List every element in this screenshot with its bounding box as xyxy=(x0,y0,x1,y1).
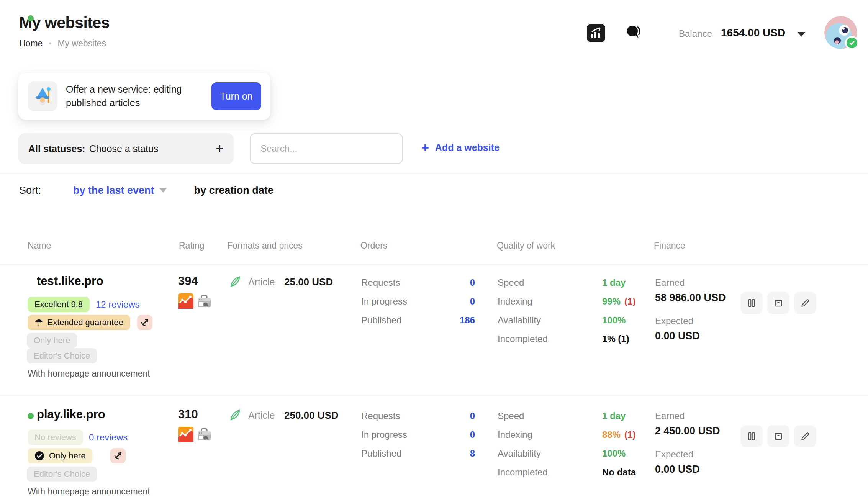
table-header: Name Rating Formats and prices Orders Qu… xyxy=(0,241,868,256)
add-website-button[interactable]: + Add a website xyxy=(421,141,500,154)
reviews-link[interactable]: 12 reviews xyxy=(96,299,140,310)
col-header-orders: Orders xyxy=(360,241,387,251)
pause-button[interactable] xyxy=(740,292,763,314)
orders-in-progress-value[interactable]: 0 xyxy=(429,429,475,440)
finance-earned-label: Earned xyxy=(655,277,685,288)
quality-indexing-label: Indexing xyxy=(498,429,532,440)
quality-indexing-flag: (1) xyxy=(624,429,635,440)
promo-banner: Offer a new service: editing published a… xyxy=(18,73,270,120)
archive-button[interactable] xyxy=(767,425,789,447)
add-website-plus-icon: + xyxy=(421,141,429,154)
status-filter[interactable]: All statuses: Choose a status + xyxy=(18,133,234,164)
col-header-formats: Formats and prices xyxy=(227,241,303,251)
dart-target-icon xyxy=(110,448,126,463)
analytics-icon[interactable] xyxy=(178,427,193,444)
search-console-icon[interactable] xyxy=(197,427,212,444)
orders-in-progress-label: In progress xyxy=(361,429,407,440)
add-website-label: Add a website xyxy=(435,142,500,153)
turn-on-button[interactable]: Turn on xyxy=(211,82,261,110)
orders-requests-value[interactable]: 0 xyxy=(429,411,475,421)
messages-icon[interactable] xyxy=(624,23,644,42)
site-status-dot xyxy=(28,413,34,419)
avatar-verified-icon xyxy=(845,36,859,50)
pause-button[interactable] xyxy=(740,425,763,447)
rating-value: 310 xyxy=(178,408,198,421)
statistics-icon[interactable] xyxy=(587,24,605,42)
quality-incompleted-value: No data xyxy=(602,467,636,478)
homepage-note: With homepage announcement xyxy=(28,368,150,379)
article-feather-icon xyxy=(228,408,242,424)
sort-row: Sort: by the last event by creation date xyxy=(19,185,274,196)
reviews-link[interactable]: 0 reviews xyxy=(89,432,128,443)
finance-expected-label: Expected xyxy=(655,316,693,326)
row-actions xyxy=(740,425,816,447)
review-score-badge-label: No reviews xyxy=(34,432,76,442)
site-name-link[interactable]: test.like.pro xyxy=(37,274,103,288)
quality-availability-value: 100% xyxy=(602,315,626,326)
orders-published-value[interactable]: 186 xyxy=(429,315,475,326)
format-type: Article xyxy=(248,410,275,421)
status-filter-value: Choose a status xyxy=(89,143,159,154)
breadcrumb-home-link[interactable]: Home xyxy=(19,38,43,49)
quality-indexing-flag: (1) xyxy=(624,296,635,306)
divider xyxy=(0,173,868,174)
extended-guarantee-badge: ☂ Extended guarantee xyxy=(28,315,130,330)
orders-requests-value[interactable]: 0 xyxy=(429,277,475,288)
search-console-icon[interactable] xyxy=(197,293,212,310)
site-name-link[interactable]: play.like.pro xyxy=(37,408,105,421)
quality-speed-value: 1 day xyxy=(602,411,626,421)
editors-choice-label: Editor's Choice xyxy=(34,469,90,479)
site-status-dot xyxy=(28,15,34,21)
rating-value: 394 xyxy=(178,274,198,288)
orders-in-progress-value[interactable]: 0 xyxy=(429,296,475,307)
col-header-rating: Rating xyxy=(179,241,204,251)
dart-target-icon xyxy=(137,315,152,330)
sort-option-last-event[interactable]: by the last event xyxy=(73,185,154,196)
quality-speed-label: Speed xyxy=(498,277,524,288)
analytics-icon[interactable] xyxy=(178,293,193,310)
check-circle-icon xyxy=(34,451,44,461)
finance-expected-label: Expected xyxy=(655,449,693,460)
quality-incompleted-label: Incompleted xyxy=(498,467,548,478)
rating-icons xyxy=(178,427,212,444)
quality-indexing-percent: 99% xyxy=(602,296,621,306)
only-here-badge: Only here xyxy=(28,448,92,463)
table-row: test.like.pro Excellent 9.8 12 reviews ☂… xyxy=(0,264,868,395)
homepage-note: With homepage announcement xyxy=(28,486,150,497)
only-here-label: Only here xyxy=(49,451,85,461)
status-filter-plus-icon[interactable]: + xyxy=(216,142,224,156)
sort-caret-icon[interactable] xyxy=(160,188,167,193)
balance-dropdown-caret-icon[interactable] xyxy=(798,32,805,37)
finance-earned-value: 2 450.00 USD xyxy=(655,425,720,437)
finance-expected-value: 0.00 USD xyxy=(655,330,700,342)
edit-button[interactable] xyxy=(794,425,816,447)
rating-icons xyxy=(178,293,212,310)
row-actions xyxy=(740,292,816,314)
review-score-badge: Excellent 9.8 xyxy=(28,297,90,312)
orders-published-value[interactable]: 8 xyxy=(429,448,475,459)
quality-availability-label: Availability xyxy=(498,315,541,326)
col-header-name: Name xyxy=(28,241,51,251)
breadcrumb-separator-dot: • xyxy=(49,39,51,48)
quality-indexing-percent: 88% xyxy=(602,429,621,440)
col-header-finance: Finance xyxy=(654,241,685,251)
col-header-quality: Quality of work xyxy=(497,241,555,251)
editors-choice-badge: Editor's Choice xyxy=(27,467,97,482)
article-feather-icon xyxy=(228,275,242,290)
quality-indexing-value: 99%(1) xyxy=(602,296,635,307)
breadcrumb: Home • My websites xyxy=(19,38,106,49)
archive-button[interactable] xyxy=(767,292,789,314)
quality-incompleted-value: 1% (1) xyxy=(602,334,629,344)
quality-indexing-value: 88%(1) xyxy=(602,429,635,440)
wizard-icon xyxy=(28,81,57,111)
sort-option-creation-date[interactable]: by creation date xyxy=(194,185,274,196)
finance-expected-value: 0.00 USD xyxy=(655,463,700,475)
quality-incompleted-label: Incompleted xyxy=(498,334,548,344)
table-row: play.like.pro No reviews 0 reviews Only … xyxy=(0,395,868,501)
balance-value[interactable]: 1654.00 USD xyxy=(721,27,785,39)
edit-button[interactable] xyxy=(794,292,816,314)
editors-choice-label: Editor's Choice xyxy=(34,351,90,361)
finance-earned-label: Earned xyxy=(655,411,685,421)
search-input[interactable] xyxy=(250,133,403,164)
promo-banner-text: Offer a new service: editing published a… xyxy=(66,83,192,110)
